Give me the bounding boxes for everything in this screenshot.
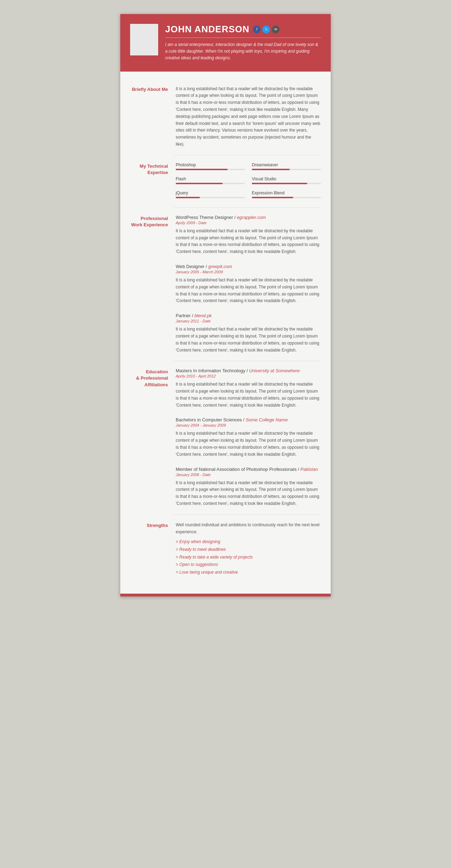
- skill-bar: [252, 169, 290, 170]
- skill-item: Flash: [176, 176, 245, 184]
- about-content: It is a long established fact that a rea…: [176, 86, 321, 148]
- strengths-intro: Well rounded individual and ambitions to…: [176, 522, 321, 536]
- skill-bar: [252, 183, 307, 184]
- bottom-bar: [120, 594, 331, 596]
- experience-label: Professional Work Experience: [130, 215, 176, 354]
- skill-bar-bg: [176, 197, 245, 198]
- edu-description: It is a long established fact that a rea…: [176, 480, 321, 507]
- skill-name: Visual Studio: [252, 176, 321, 181]
- education-label: Education & Professional Affiliations: [130, 368, 176, 507]
- strength-item: Ready to meet deadlines: [176, 546, 321, 554]
- header-tagline: I am a serial enterpreneur, interaction …: [165, 41, 321, 62]
- skill-bar-bg: [176, 183, 245, 184]
- skills-grid: Photoshop Dreamweaver Flash Visual Studi…: [176, 162, 321, 200]
- education-item: Member of National Association of Photos…: [176, 467, 321, 507]
- strength-item: Enjoy when designing: [176, 538, 321, 546]
- skill-item: Visual Studio: [252, 176, 321, 184]
- about-label: Briefly About Me: [130, 86, 176, 148]
- main-content: Briefly About Me It is a long establishe…: [120, 72, 331, 590]
- education-section: Education & Professional Affiliations Ma…: [120, 361, 331, 514]
- edu-description: It is a long established fact that a rea…: [176, 381, 321, 409]
- skill-name: Photoshop: [176, 162, 245, 167]
- skill-name: Expression Blend: [252, 191, 321, 195]
- edu-title: Bachelors in Computer Sciences / Some Co…: [176, 417, 321, 422]
- skill-item: Photoshop: [176, 162, 245, 170]
- skills-label: My Technical Expertise: [130, 162, 176, 200]
- twitter-icon[interactable]: 𝕏: [262, 26, 270, 33]
- email-icon[interactable]: ✉: [272, 26, 280, 33]
- skill-name: jQuery: [176, 191, 245, 195]
- edu-dates: January 2008 - Date: [176, 473, 321, 477]
- skill-bar: [176, 197, 200, 198]
- education-item: Masters In Information Technology / Univ…: [176, 368, 321, 409]
- strength-item: Open to suggestions: [176, 561, 321, 569]
- work-company: greepit.com: [208, 264, 232, 269]
- skill-item: Expression Blend: [252, 191, 321, 198]
- work-dates: January 2005 - March 2009: [176, 270, 321, 274]
- work-dates: January 2011 - Date: [176, 319, 321, 323]
- skill-name: Dreamweaver: [252, 162, 321, 167]
- strengths-label: Strengths: [130, 522, 176, 576]
- skill-name: Flash: [176, 176, 245, 181]
- skill-bar-bg: [252, 183, 321, 184]
- edu-company: Some College Name: [245, 417, 288, 422]
- strengths-section: Strengths Well rounded individual and am…: [120, 515, 331, 583]
- skills-content: Photoshop Dreamweaver Flash Visual Studi…: [176, 162, 321, 200]
- work-description: It is a long established fact that a rea…: [176, 277, 321, 305]
- profile-photo: [130, 24, 158, 55]
- strength-item: Ready to take a wide variety of projects: [176, 554, 321, 561]
- skill-item: Dreamweaver: [252, 162, 321, 170]
- skill-bar-bg: [176, 169, 245, 170]
- facebook-icon[interactable]: f: [253, 26, 261, 33]
- skill-bar: [176, 169, 228, 170]
- skill-bar-bg: [252, 169, 321, 170]
- edu-company: University at Somewhere: [249, 368, 300, 373]
- work-description: It is a long established fact that a rea…: [176, 228, 321, 255]
- work-item: WordPress Theme Designer / egrappler.com…: [176, 215, 321, 255]
- skill-bar: [176, 183, 223, 184]
- skills-section: My Technical Expertise Photoshop Dreamwe…: [120, 155, 331, 207]
- work-title: WordPress Theme Designer / egrappler.com: [176, 215, 321, 220]
- skill-bar: [252, 197, 293, 198]
- resume-container: JOHN ANDERSON f 𝕏 ✉ I am a serial enterp…: [120, 14, 331, 596]
- edu-company: Pakistan: [301, 467, 318, 472]
- edu-title: Member of National Association of Photos…: [176, 467, 321, 472]
- work-title: Web Designer / greepit.com: [176, 264, 321, 269]
- work-title: Partner / blend.pk: [176, 313, 321, 318]
- about-text: It is a long established fact that a rea…: [176, 86, 321, 148]
- strengths-content: Well rounded individual and ambitions to…: [176, 522, 321, 576]
- education-item: Bachelors in Computer Sciences / Some Co…: [176, 417, 321, 458]
- work-item: Web Designer / greepit.com January 2005 …: [176, 264, 321, 305]
- work-company: blend.pk: [194, 313, 211, 318]
- edu-title: Masters In Information Technology / Univ…: [176, 368, 321, 373]
- strength-item: Love being unique and creative: [176, 569, 321, 576]
- skill-item: jQuery: [176, 191, 245, 198]
- edu-dates: January 2004 - January 2009: [176, 423, 321, 427]
- experience-content: WordPress Theme Designer / egrappler.com…: [176, 215, 321, 354]
- header-info: JOHN ANDERSON f 𝕏 ✉ I am a serial enterp…: [165, 24, 321, 62]
- work-description: It is a long established fact that a rea…: [176, 326, 321, 354]
- candidate-name: JOHN ANDERSON: [165, 24, 249, 35]
- work-item: Partner / blend.pk January 2011 - Date I…: [176, 313, 321, 354]
- edu-description: It is a long established fact that a rea…: [176, 430, 321, 458]
- skill-bar-bg: [252, 197, 321, 198]
- work-dates: Aprily 2009 - Date: [176, 221, 321, 225]
- header-name-row: JOHN ANDERSON f 𝕏 ✉: [165, 24, 321, 38]
- work-company: egrappler.com: [237, 215, 266, 220]
- about-section: Briefly About Me It is a long establishe…: [120, 79, 331, 155]
- education-content: Masters In Information Technology / Univ…: [176, 368, 321, 507]
- strengths-list: Enjoy when designingReady to meet deadli…: [176, 538, 321, 576]
- header: JOHN ANDERSON f 𝕏 ✉ I am a serial enterp…: [120, 14, 331, 72]
- social-icons: f 𝕏 ✉: [253, 26, 280, 33]
- edu-dates: Aprily 2010 - April 2012: [176, 374, 321, 378]
- experience-section: Professional Work Experience WordPress T…: [120, 208, 331, 361]
